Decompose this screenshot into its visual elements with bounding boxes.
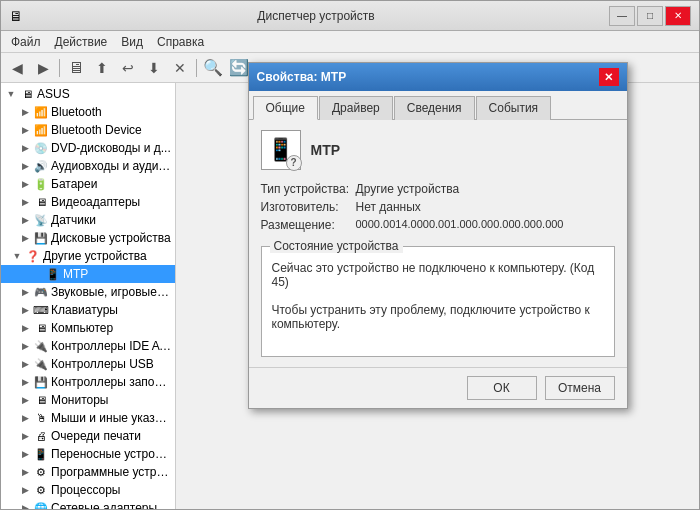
tree-item-sound[interactable]: ▶ 🎮 Звуковые, игровые и...: [1, 283, 175, 301]
usb-arrow: ▶: [17, 359, 33, 369]
title-bar: 🖥 Диспетчер устройств — □ ✕: [1, 1, 699, 31]
ok-button[interactable]: ОК: [467, 376, 537, 400]
battery-arrow: ▶: [17, 179, 33, 189]
location-value: 0000.0014.0000.001.000.000.000.000.000: [356, 218, 564, 230]
title-bar-controls: — □ ✕: [609, 6, 691, 26]
maximize-button[interactable]: □: [637, 6, 663, 26]
tree-item-portable[interactable]: ▶ 📱 Переносные устройс...: [1, 445, 175, 463]
video-label: Видеоадаптеры: [51, 195, 140, 209]
minimize-button[interactable]: —: [609, 6, 635, 26]
menu-view[interactable]: Вид: [115, 33, 149, 51]
window-title: Диспетчер устройств: [23, 9, 609, 23]
monitors-label: Мониторы: [51, 393, 108, 407]
computer-label: Компьютер: [51, 321, 113, 335]
tree-item-video[interactable]: ▶ 🖥 Видеоадаптеры: [1, 193, 175, 211]
dvd-icon: 💿: [33, 141, 49, 155]
tab-driver[interactable]: Драйвер: [319, 96, 393, 120]
software-arrow: ▶: [17, 467, 33, 477]
disable-button[interactable]: ⬇: [142, 57, 166, 79]
tree-item-mtp[interactable]: 📱 MTP: [1, 265, 175, 283]
manufacturer-value: Нет данных: [356, 200, 421, 214]
storage-label: Контроллеры запоми...: [51, 375, 171, 389]
forward-button[interactable]: ▶: [31, 57, 55, 79]
sensors-icon: 📡: [33, 213, 49, 227]
tree-item-software[interactable]: ▶ ⚙ Программные устро...: [1, 463, 175, 481]
root-label: ASUS: [37, 87, 70, 101]
portable-label: Переносные устройс...: [51, 447, 171, 461]
dialog-overlay: Свойства: MTP ✕ Общие Драйвер Сведения С…: [175, 52, 700, 510]
tree-item-disks[interactable]: ▶ 💾 Дисковые устройства: [1, 229, 175, 247]
sensors-label: Датчики: [51, 213, 96, 227]
device-name: MTP: [311, 142, 341, 158]
status-text-area[interactable]: [268, 257, 608, 347]
menu-bar: Файл Действие Вид Справка: [1, 31, 699, 53]
processors-arrow: ▶: [17, 485, 33, 495]
dialog-content: 📱 MTP Тип устройства: Другие устройства …: [249, 120, 627, 367]
bluetooth-arrow: ▶: [17, 107, 33, 117]
disks-label: Дисковые устройства: [51, 231, 171, 245]
processors-icon: ⚙: [33, 483, 49, 497]
tab-details[interactable]: Сведения: [394, 96, 475, 120]
other-arrow: ▼: [9, 251, 25, 261]
info-row-type: Тип устройства: Другие устройства: [261, 182, 615, 196]
dialog-buttons: ОК Отмена: [249, 367, 627, 408]
tree-item-processors[interactable]: ▶ ⚙ Процессоры: [1, 481, 175, 499]
keyboard-label: Клавиатуры: [51, 303, 118, 317]
video-arrow: ▶: [17, 197, 33, 207]
tree-item-dvd[interactable]: ▶ 💿 DVD-дисководы и д...: [1, 139, 175, 157]
close-button[interactable]: ✕: [665, 6, 691, 26]
menu-file[interactable]: Файл: [5, 33, 47, 51]
mice-arrow: ▶: [17, 413, 33, 423]
software-label: Программные устро...: [51, 465, 171, 479]
print-icon: 🖨: [33, 429, 49, 443]
tree-item-network[interactable]: ▶ 🌐 Сетевые адаптеры: [1, 499, 175, 509]
rollback-button[interactable]: ↩: [116, 57, 140, 79]
tab-general[interactable]: Общие: [253, 96, 318, 120]
tree-item-usb[interactable]: ▶ 🔌 Контроллеры USB: [1, 355, 175, 373]
info-row-location: Размещение: 0000.0014.0000.001.000.000.0…: [261, 218, 615, 232]
tree-item-keyboard[interactable]: ▶ ⌨ Клавиатуры: [1, 301, 175, 319]
bt-device-icon: 📶: [33, 123, 49, 137]
storage-icon: 💾: [33, 375, 49, 389]
mice-label: Мыши и иные указы...: [51, 411, 171, 425]
tree-item-other[interactable]: ▼ ❓ Другие устройства: [1, 247, 175, 265]
tab-events[interactable]: События: [476, 96, 552, 120]
manufacturer-label: Изготовитель:: [261, 200, 356, 214]
tree-item-storage[interactable]: ▶ 💾 Контроллеры запоми...: [1, 373, 175, 391]
tree-item-print[interactable]: ▶ 🖨 Очереди печати: [1, 427, 175, 445]
tree-item-bluetooth[interactable]: ▶ 📶 Bluetooth: [1, 103, 175, 121]
tree-root[interactable]: ▼ 🖥 ASUS: [1, 85, 175, 103]
dvd-label: DVD-дисководы и д...: [51, 141, 171, 155]
dialog-close-button[interactable]: ✕: [599, 68, 619, 86]
tree-item-monitors[interactable]: ▶ 🖥 Мониторы: [1, 391, 175, 409]
portable-icon: 📱: [33, 447, 49, 461]
update-button[interactable]: ⬆: [90, 57, 114, 79]
ide-label: Контроллеры IDE AT...: [51, 339, 171, 353]
ide-icon: 🔌: [33, 339, 49, 353]
back-button[interactable]: ◀: [5, 57, 29, 79]
video-icon: 🖥: [33, 195, 49, 209]
other-icon: ❓: [25, 249, 41, 263]
device-icon-box: 📱: [261, 130, 301, 170]
menu-action[interactable]: Действие: [49, 33, 114, 51]
tree-item-sensors[interactable]: ▶ 📡 Датчики: [1, 211, 175, 229]
other-label: Другие устройства: [43, 249, 147, 263]
mtp-icon: 📱: [45, 267, 61, 281]
properties-button[interactable]: 🖥: [64, 57, 88, 79]
tree-item-bluetooth-device[interactable]: ▶ 📶 Bluetooth Device: [1, 121, 175, 139]
tree-item-mice[interactable]: ▶ 🖱 Мыши и иные указы...: [1, 409, 175, 427]
tree-item-audio[interactable]: ▶ 🔊 Аудиовходы и аудио...: [1, 157, 175, 175]
monitors-arrow: ▶: [17, 395, 33, 405]
cancel-button[interactable]: Отмена: [545, 376, 615, 400]
network-arrow: ▶: [17, 503, 33, 509]
menu-help[interactable]: Справка: [151, 33, 210, 51]
tree-item-battery[interactable]: ▶ 🔋 Батареи: [1, 175, 175, 193]
tree-item-computer[interactable]: ▶ 🖥 Компьютер: [1, 319, 175, 337]
tree-item-ide[interactable]: ▶ 🔌 Контроллеры IDE AT...: [1, 337, 175, 355]
keyboard-icon: ⌨: [33, 303, 49, 317]
battery-icon: 🔋: [33, 177, 49, 191]
tab-bar: Общие Драйвер Сведения События: [249, 91, 627, 120]
computer-icon: 🖥: [33, 321, 49, 335]
monitors-icon: 🖥: [33, 393, 49, 407]
sensors-arrow: ▶: [17, 215, 33, 225]
